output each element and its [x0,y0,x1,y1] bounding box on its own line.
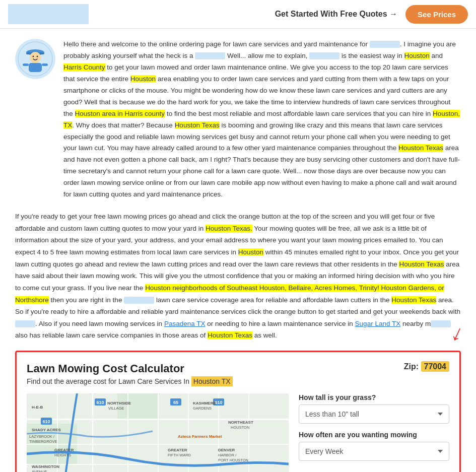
highlight-houston-texas-5: Houston Texas [391,296,436,304]
grass-field-group: How tall is your grass? Less than 10" ta… [299,393,449,424]
svg-rect-20 [92,393,93,472]
calculator-wrapper: ↓ Zip: 77004 Lawn Mowing Cost Calculator… [15,351,461,472]
svg-text:WASHINGTON: WASHINGTON [32,464,59,469]
calc-form: How tall is your grass? Less than 10" ta… [299,393,449,472]
svg-rect-22 [158,393,159,472]
link-sugar-land[interactable]: Sugar Land TX [355,320,401,327]
highlight-neighborhoods: Houston neighborhoods of Southeast Houst… [15,284,444,304]
zip-value: 77004 [421,361,450,372]
svg-text:GREATER: GREATER [54,448,74,452]
highlight-houston-texas-3: Houston Texas. [206,225,252,232]
svg-text:HARBOR /: HARBOR / [218,453,237,457]
svg-text:HEIGHTS: HEIGHTS [54,453,71,457]
redacted-1 [370,41,400,48]
svg-text:H-E-B: H-E-B [32,405,43,410]
svg-text:65: 65 [173,400,178,405]
intro-text: Hello there and welcome to the online or… [63,39,461,200]
intro-part3: Well... allow me to explain, [225,52,309,59]
header: Get Started With Free Quotes → See Price… [0,0,476,29]
highlight-houston-texas-6: Houston Texas [208,331,252,339]
zip-label: Zip: [404,362,419,371]
redacted-6 [431,320,451,327]
intro-part1: Hello there and welcome to the online or… [63,40,370,48]
svg-text:KASHMERE: KASHMERE [193,401,216,406]
intro-part4: is the easiest way in Houston and Harris… [63,52,460,198]
mowing-select[interactable]: Every Week Every 2 Weeks Every Month [299,442,449,461]
svg-text:GARDENS: GARDENS [193,406,212,411]
grass-label: How tall is your grass? [299,393,449,401]
link-pasadena[interactable]: Pasadena TX [164,320,206,327]
svg-text:TIMBERGROVE: TIMBERGROVE [29,439,57,444]
svg-rect-23 [188,393,189,472]
intro-section: Hello there and welcome to the online or… [15,39,461,200]
map-container: 610 610 65 610 H-E-B SHADY ACRES LAZYBRO… [27,393,289,472]
mowing-field-group: How often are you wanting mowing Every W… [299,431,449,461]
header-see-prices-button[interactable]: See Prices [405,5,468,24]
mowing-label: How often are you wanting mowing [299,431,449,439]
redacted-4 [124,297,154,304]
calculator-section: Zip: 77004 Lawn Mowing Cost Calculator F… [15,351,461,472]
svg-text:610: 610 [96,400,104,405]
highlight-houston-2: Houston [130,75,156,83]
header-cta-text: Get Started With Free Quotes → [275,10,397,19]
svg-text:AVENUE: AVENUE [32,469,47,472]
highlight-houston-1: Houston [404,52,430,59]
calc-map: 610 610 65 610 H-E-B SHADY ACRES LAZYBRO… [27,393,289,472]
svg-rect-6 [29,63,42,72]
header-logo [8,4,89,24]
highlight-houston-texas-1: Houston Texas [175,121,220,129]
svg-point-3 [30,52,41,63]
svg-text:HOUSTON: HOUSTON [231,425,249,430]
svg-point-5 [37,56,38,57]
svg-text:FIFTH WARD: FIFTH WARD [168,453,191,457]
calc-location: Houston TX [191,376,233,386]
svg-point-4 [33,56,34,57]
grass-select[interactable]: Less than 10" tall 10" - 20" tall More t… [299,404,449,424]
highlight-houston-harris: Houston area in Harris county [75,110,165,117]
svg-text:NORTHSIDE: NORTHSIDE [107,401,131,406]
svg-text:GREATER: GREATER [168,448,187,452]
second-paragraph: If you're ready to get your free lawn mo… [15,211,461,342]
redacted-5 [15,320,35,327]
calc-title: Lawn Mowing Cost Calculator [27,362,449,375]
svg-text:VILLAGE: VILLAGE [108,406,124,411]
svg-text:PORT HOUSTON: PORT HOUSTON [218,458,248,462]
main-content: Hello there and welcome to the online or… [0,29,476,472]
highlight-houston-texas-4: Houston Texas [399,260,444,268]
svg-rect-7 [23,63,29,66]
avatar [15,39,55,79]
highlight-houston-texas-2: Houston Texas [398,144,443,152]
highlight-houston-3: Houston [238,248,263,256]
redacted-3 [309,52,339,59]
svg-rect-8 [42,63,48,66]
highlight-harris-county: Harris County [63,63,105,71]
svg-text:NORTHEAST: NORTHEAST [228,420,253,425]
calc-zip: Zip: 77004 [404,362,449,371]
redacted-2 [195,52,225,59]
svg-text:LAZYBROOK /: LAZYBROOK / [29,434,55,439]
calc-body: 610 610 65 610 H-E-B SHADY ACRES LAZYBRO… [27,393,449,472]
svg-text:Azteca Farmers Market: Azteca Farmers Market [178,434,222,439]
svg-text:DENVER: DENVER [218,448,235,452]
calc-subtitle-pre: Find out the average cost for Lawn Care … [27,377,189,385]
svg-text:610: 610 [42,419,50,424]
svg-rect-25 [248,393,249,472]
svg-text:SHADY ACRES: SHADY ACRES [32,428,61,432]
calc-subtitle: Find out the average cost for Lawn Care … [27,377,449,385]
